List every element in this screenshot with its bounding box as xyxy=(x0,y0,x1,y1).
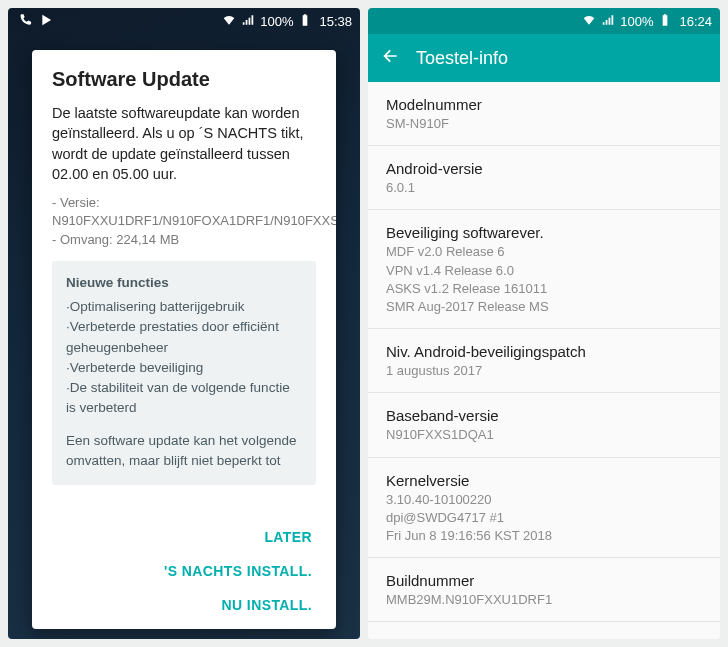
phone-right: 100% 16:24 Toestel-info Modelnummer SM-N… xyxy=(368,8,720,639)
info-label: Modelnummer xyxy=(386,96,702,113)
features-box: Nieuwe functies ·Optimalisering batterij… xyxy=(52,261,316,485)
info-label: Niv. Android-beveiligingspatch xyxy=(386,343,702,360)
info-value: 1 augustus 2017 xyxy=(386,362,702,380)
appbar: Toestel-info xyxy=(368,34,720,82)
size-line: - Omvang: 224,14 MB xyxy=(52,231,316,249)
battery-icon xyxy=(658,13,672,30)
features-footer: Een software update kan het volgende omv… xyxy=(66,431,302,472)
signal-icon xyxy=(241,13,255,30)
wifi-icon xyxy=(222,13,236,30)
info-item-security-software[interactable]: Beveiliging softwarever. MDF v2.0 Releas… xyxy=(368,210,720,329)
info-item-model[interactable]: Modelnummer SM-N910F xyxy=(368,82,720,146)
phone-left: 100% 15:38 Software Update De laatste so… xyxy=(8,8,360,639)
info-label: Kernelversie xyxy=(386,472,702,489)
battery-percentage: 100% xyxy=(260,14,293,29)
feature-item: ·Verbeterde beveiliging xyxy=(66,358,302,378)
info-item-baseband[interactable]: Baseband-versie N910FXXS1DQA1 xyxy=(368,393,720,457)
back-arrow-icon[interactable] xyxy=(380,46,400,70)
info-item-android-version[interactable]: Android-versie 6.0.1 xyxy=(368,146,720,210)
statusbar-right: 100% 16:24 xyxy=(368,8,720,34)
dialog-actions: LATER 'S NACHTS INSTALL. NU INSTALL. xyxy=(32,515,336,629)
version-line: - Versie: N910FXXU1DRF1/N910FOXA1DRF1/N9… xyxy=(52,194,316,230)
info-value: 3.10.40-10100220 dpi@SWDG4717 #1 Fri Jun… xyxy=(386,491,702,546)
feature-item: ·Verbeterde prestaties door efficiënt ge… xyxy=(66,317,302,358)
play-store-icon xyxy=(40,13,54,30)
wifi-icon xyxy=(582,13,596,30)
clock-time: 15:38 xyxy=(319,14,352,29)
appbar-title: Toestel-info xyxy=(416,48,508,69)
info-item-kernel[interactable]: Kernelversie 3.10.40-10100220 dpi@SWDG47… xyxy=(368,458,720,559)
info-label: Buildnummer xyxy=(386,572,702,589)
clock-time: 16:24 xyxy=(679,14,712,29)
info-item-security-patch[interactable]: Niv. Android-beveiligingspatch 1 augustu… xyxy=(368,329,720,393)
later-button[interactable]: LATER xyxy=(258,521,318,553)
statusbar-left: 100% 15:38 xyxy=(8,8,360,34)
dialog-meta: - Versie: N910FXXU1DRF1/N910FOXA1DRF1/N9… xyxy=(52,194,316,249)
info-value: N910FXXS1DQA1 xyxy=(386,426,702,444)
install-now-button[interactable]: NU INSTALL. xyxy=(216,589,318,621)
info-item-build[interactable]: Buildnummer MMB29M.N910FXXU1DRF1 xyxy=(368,558,720,622)
device-info-list: Modelnummer SM-N910F Android-versie 6.0.… xyxy=(368,82,720,622)
phone-icon xyxy=(20,13,34,30)
install-tonight-button[interactable]: 'S NACHTS INSTALL. xyxy=(158,555,318,587)
info-value: MDF v2.0 Release 6 VPN v1.4 Release 6.0 … xyxy=(386,243,702,316)
info-label: Beveiliging softwarever. xyxy=(386,224,702,241)
info-label: Baseband-versie xyxy=(386,407,702,424)
battery-icon xyxy=(298,13,312,30)
info-label: Android-versie xyxy=(386,160,702,177)
dialog-intro-text: De laatste softwareupdate kan worden geï… xyxy=(52,103,316,184)
feature-item: ·Optimalisering batterijgebruik xyxy=(66,297,302,317)
feature-item: ·De stabiliteit van de volgende functie … xyxy=(66,378,302,419)
features-title: Nieuwe functies xyxy=(66,273,302,293)
info-value: 6.0.1 xyxy=(386,179,702,197)
info-value: SM-N910F xyxy=(386,115,702,133)
software-update-dialog: Software Update De laatste softwareupdat… xyxy=(32,50,336,629)
battery-percentage: 100% xyxy=(620,14,653,29)
signal-icon xyxy=(601,13,615,30)
info-value: MMB29M.N910FXXU1DRF1 xyxy=(386,591,702,609)
dialog-title: Software Update xyxy=(32,50,336,103)
